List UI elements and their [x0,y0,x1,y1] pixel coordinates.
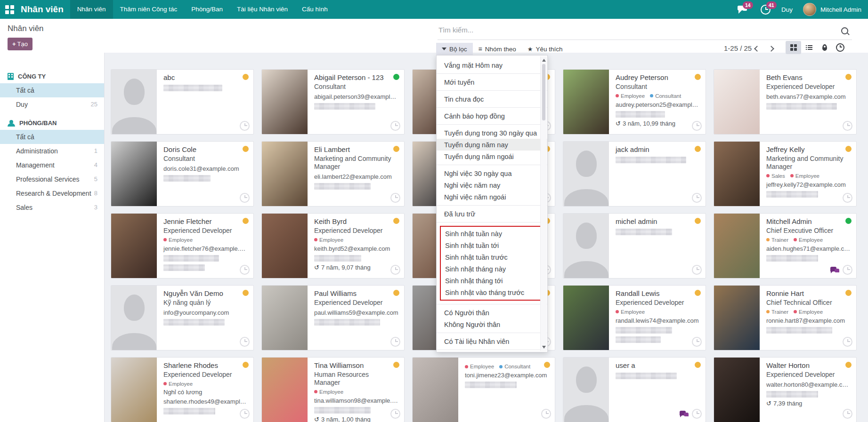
map-view-button[interactable] [817,41,832,54]
sidebar-item-sales[interactable]: Sales3 [0,200,104,215]
employee-card[interactable]: Doris ColeConsultantdoris.cole31@example… [111,141,254,207]
sidebar-item-professional-services[interactable]: Professional Services5 [0,172,104,186]
filter-option-sinh-nhật-tuần-tới[interactable]: Sinh nhật tuần tới [441,239,535,251]
filter-option-vắng-mặt-hôm-nay[interactable]: Vắng mặt Hôm nay [437,59,547,71]
activity-clock-icon[interactable] [240,265,250,275]
activity-clock-icon[interactable] [843,265,852,275]
activity-clock-icon[interactable] [390,121,400,131]
sidebar-item-management[interactable]: Management4 [0,158,104,172]
activity-clock-icon[interactable] [390,337,400,347]
activity-clock-icon[interactable] [692,337,702,347]
filter-option-có-người-thân[interactable]: Có Người thân [437,307,547,318]
activity-clock-icon[interactable] [692,121,702,131]
kanban-view-button[interactable] [786,41,801,54]
activity-clock-icon[interactable] [541,409,551,419]
employee-card[interactable]: Keith ByrdExperienced DeveloperEmployeek… [261,213,405,279]
activity-clock-icon[interactable] [390,193,400,203]
filter-option-nghỉ-việc-năm-ngoái[interactable]: Nghỉ việc năm ngoái [437,191,547,203]
user-menu[interactable]: Mitchell Admin [820,6,861,13]
create-button[interactable]: +Tạo [8,38,32,50]
sidebar-item-t-t-c-[interactable]: Tất cả [0,130,104,144]
activities-menu-button[interactable]: 41 [758,0,774,19]
sidebar-item-t-t-c-[interactable]: Tất cả [0,83,104,97]
filter-option-sinh-nhật-tháng-tới[interactable]: Sinh nhật tháng tới [441,275,535,287]
scrollbar-thumb[interactable] [542,64,545,120]
employee-card[interactable]: michel admin [563,213,706,279]
employee-card[interactable]: Ronnie HartChief Technical OfficerTraine… [714,285,857,350]
activity-clock-icon[interactable] [843,337,852,347]
app-brand[interactable]: Nhân viên [19,0,70,19]
company-switcher[interactable]: Duy [781,6,793,13]
chat-messages-icon[interactable] [680,411,689,418]
activity-clock-icon[interactable] [240,193,250,203]
favorites-button[interactable]: ★ Yêu thích [522,43,568,56]
menu-item-1[interactable]: Nhân viên [70,0,113,19]
messages-menu-button[interactable]: 14 [734,0,750,19]
filter-option-sinh-nhật-tuần-này[interactable]: Sinh nhật tuần này [441,228,535,239]
employee-card[interactable]: user a [563,357,706,422]
filter-option-tin-chưa-đọc[interactable]: Tin chưa đọc [437,93,547,105]
menu-item-3[interactable]: Phòng/Ban [184,0,230,19]
menu-item-4[interactable]: Tài liệu Nhân viên [230,0,295,19]
employee-card[interactable]: jack admin [563,141,706,207]
list-view-button[interactable] [801,41,817,54]
activity-clock-icon[interactable] [692,193,702,203]
filter-option-sinh-nhật-tuần-trước[interactable]: Sinh nhật tuần trước [441,251,535,263]
filter-option-mới-tuyển[interactable]: Mới tuyển [437,76,547,88]
employee-card[interactable]: abc [111,69,254,135]
activity-clock-icon[interactable] [692,265,702,275]
activity-clock-icon[interactable] [843,193,852,203]
scroll-down-arrow-icon[interactable] [542,346,546,349]
employee-card[interactable]: Jennie FletcherExperienced DeveloperEmpl… [111,213,254,279]
employee-card[interactable]: Mitchell AdminChief Executive OfficerTra… [714,213,857,279]
menu-item-2[interactable]: Thâm niên Công tác [113,0,185,19]
filter-option-sinh-nhật-tháng-này[interactable]: Sinh nhật tháng này [441,263,535,275]
search-icon[interactable] [841,27,848,34]
employee-card[interactable]: Paul WilliamsExperienced Developerpaul.w… [261,285,405,350]
filter-option-cảnh-báo-hợp-đồng[interactable]: Cảnh báo hợp đồng [437,110,547,122]
filter-option-tuyển-dụng-trong-30-ngày-qua[interactable]: Tuyển dụng trong 30 ngày qua [437,127,547,139]
employee-card[interactable]: Audrey PetersonConsultantEmployeeConsult… [563,69,706,135]
pager-previous-button[interactable] [754,46,760,52]
filter-option-đã-lưu-trữ[interactable]: Đã lưu trữ [437,208,547,220]
search-input[interactable] [438,25,826,34]
groupby-button[interactable]: ≡ Nhóm theo [473,42,522,56]
apps-menu-button[interactable] [0,0,19,19]
activity-clock-icon[interactable] [692,409,702,419]
sidebar-item-administration[interactable]: Administration1 [0,144,104,158]
filter-option-tuyển-dụng-năm-nay[interactable]: Tuyển dụng năm nay [437,139,547,151]
filter-option-có-tài-liệu-nhân-viên[interactable]: Có Tài liệu Nhân viên [437,335,547,347]
employee-card[interactable]: Abigail Peterson - 123Consultantabigail.… [261,69,405,135]
activity-clock-icon[interactable] [390,265,400,275]
menu-item-5[interactable]: Cấu hình [295,0,335,19]
activity-clock-icon[interactable] [240,121,250,131]
scroll-up-arrow-icon[interactable] [542,59,546,62]
activity-view-button[interactable] [832,41,848,54]
chat-messages-icon[interactable] [830,267,839,274]
filters-button[interactable]: Bộ lọc [436,43,473,56]
employee-card[interactable]: Sharlene RhodesExperienced DeveloperEmpl… [111,357,254,422]
filter-option-nghỉ-việc-năm-nay[interactable]: Nghỉ việc năm nay [437,179,547,191]
filter-option-tuyển-dụng-năm-ngoái[interactable]: Tuyển dụng năm ngoái [437,151,547,162]
filter-option-không-người-thân[interactable]: Không Người thân [437,318,547,330]
filter-option-nghỉ-việc-30-ngày-qua[interactable]: Nghỉ việc 30 ngày qua [437,167,547,179]
dropdown-scrollbar[interactable] [540,56,547,351]
employee-card[interactable]: Beth EvansExperienced Developerbeth.evan… [714,69,857,135]
user-avatar[interactable] [803,3,816,16]
employee-card[interactable]: Randall LewisExperienced DeveloperEmploy… [563,285,706,350]
sidebar-item-research-development[interactable]: Research & Development8 [0,186,104,200]
activity-clock-icon[interactable] [240,337,250,347]
activity-clock-icon[interactable] [390,409,400,419]
employee-card[interactable]: Walter HortonExperienced Developerwalter… [714,357,857,422]
employee-card[interactable]: EmployeeConsultanttoni.jimenez23@example… [412,357,555,422]
activity-clock-icon[interactable] [843,121,852,131]
employee-card[interactable]: Nguyễn Văn DemoKỹ năng quản lýinfo@yourc… [111,285,254,350]
pager-next-button[interactable] [768,46,774,52]
employee-card[interactable]: Eli LambertMarketing and Community Manag… [261,141,405,207]
activity-clock-icon[interactable] [843,409,852,419]
activity-clock-icon[interactable] [240,409,250,419]
employee-card[interactable]: Jeffrey KellyMarketing and Community Man… [714,141,857,207]
employee-card[interactable]: Tina WilliamsonHuman Resources ManagerEm… [261,357,405,422]
filter-option-sinh-nhật-vào-tháng-trước[interactable]: Sinh nhật vào tháng trước [441,287,535,298]
sidebar-item-duy[interactable]: Duy25 [0,97,104,111]
